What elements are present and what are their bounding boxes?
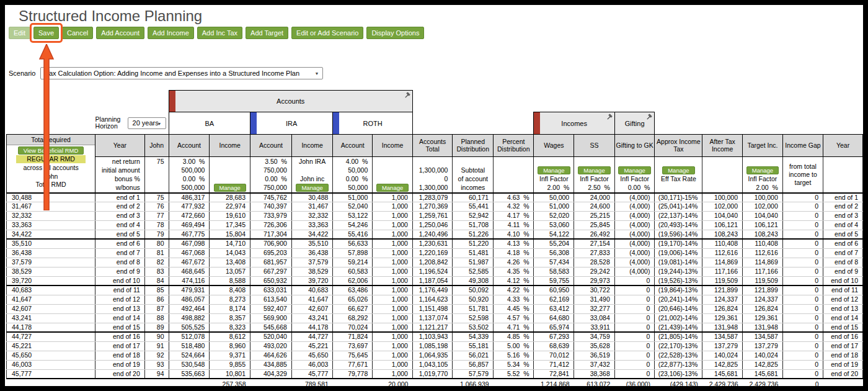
toolbar-button-add-account[interactable]: Add Account	[96, 27, 144, 39]
toolbar-button-add-income[interactable]: Add Income	[148, 27, 194, 39]
cell: 512,078	[169, 332, 210, 341]
cell: 0	[782, 285, 823, 295]
cell: 486,057	[169, 295, 210, 305]
cell: 498,882	[169, 313, 210, 323]
column-header: Target Inc.	[743, 135, 783, 157]
cell: 0	[614, 323, 655, 332]
cell	[494, 157, 534, 166]
cell: 73,697	[333, 342, 373, 351]
toolbar-button-display-options[interactable]: Display Options	[366, 27, 424, 39]
roth-wbonus: 50,000	[333, 184, 373, 193]
cell: 110,408	[743, 239, 783, 248]
cell: 62,006	[333, 276, 373, 285]
totals-row: 257,358789,58120,0001,066,9391,214,86861…	[7, 379, 863, 386]
cell: 493,020	[250, 342, 292, 351]
cell: 33,363	[7, 220, 95, 230]
cell: 134,587	[702, 332, 743, 341]
cell: 4.22 %	[494, 285, 534, 295]
net-return-label: net return	[95, 157, 145, 166]
cell: 4.85 %	[494, 332, 534, 341]
cell: 131,948	[702, 323, 743, 332]
cell: end of 3	[95, 212, 145, 221]
table-row: 42,607end of 1387492,4648,174592,40742,6…	[7, 305, 863, 314]
manage-button[interactable]: Manage	[746, 166, 779, 174]
cell: 1,000	[373, 342, 413, 351]
toolbar-button-add-inc-tax[interactable]: Add Inc Tax	[197, 27, 242, 39]
cell: 1,000	[373, 230, 413, 239]
table-row: 46,003end of 1993530,5489,855434,88546,0…	[7, 360, 863, 369]
cell: (4,000)	[614, 267, 655, 276]
cell: 4.11 %	[494, 220, 534, 230]
cell: 4.12 %	[494, 276, 534, 285]
cell: 92	[144, 351, 169, 361]
column-header: Account	[250, 135, 292, 157]
cell: 5.00 %	[494, 342, 534, 351]
cell: end of 11	[823, 285, 863, 295]
cell: 0	[782, 267, 823, 276]
cell: (4,000)	[614, 230, 655, 239]
column-header: Wages	[534, 135, 574, 157]
cell: 114,869	[743, 258, 783, 267]
cell: end of 9	[823, 267, 863, 276]
cell: 650,932	[250, 276, 292, 285]
cell: 52,585	[453, 267, 494, 276]
cell: 35,510	[7, 239, 95, 248]
manage-button[interactable]: Manage	[214, 184, 246, 192]
cell: 1,250,046	[412, 220, 453, 230]
cell: 68,292	[333, 313, 373, 323]
manage-button[interactable]: Manage	[662, 166, 694, 174]
cell: 110,408	[702, 239, 743, 248]
scenario-select[interactable]: Tax Calculation Option: Adding Income an…	[40, 67, 323, 79]
cell: 76	[144, 202, 169, 212]
manage-button[interactable]: Manage	[538, 166, 570, 174]
cell: 42,607	[291, 305, 333, 314]
cell: 77	[144, 212, 169, 221]
cell: 102,000	[743, 202, 783, 212]
cell: 80	[144, 239, 169, 248]
column-header: SS	[574, 135, 615, 157]
pin-icon[interactable]	[645, 112, 653, 122]
planning-horizon-select[interactable]: 20 years ▼	[128, 117, 166, 129]
toolbar-button-add-target[interactable]: Add Target	[246, 27, 288, 39]
ba-initial: 500,000	[169, 166, 210, 175]
cell: 0	[614, 276, 655, 285]
cell: 1,000	[373, 351, 413, 361]
cell: 1,270,369	[412, 202, 453, 212]
manage-button[interactable]: Manage	[578, 166, 610, 174]
manage-button[interactable]: Manage	[376, 184, 409, 192]
cell: end of 18	[95, 351, 145, 361]
cell: 1,240,496	[412, 230, 453, 239]
cell: 53,502	[453, 323, 494, 332]
cell: 142,825	[702, 360, 743, 369]
toolbar-button-edit-or-add-scenario[interactable]: Edit or Add Scenario	[291, 27, 363, 39]
pin-icon[interactable]	[606, 112, 614, 122]
cell	[144, 166, 169, 175]
cell: 1,151,498	[412, 305, 453, 314]
ira-return: 3.50 %	[250, 157, 292, 166]
cell	[743, 157, 783, 166]
cell: 46,003	[7, 360, 95, 369]
cell: 52,040	[333, 202, 373, 212]
cell: 51,781	[453, 305, 494, 314]
manage-button[interactable]: Manage	[618, 166, 650, 174]
cell: 4.45 %	[494, 305, 534, 314]
total-cell	[823, 379, 863, 386]
cell: end of 8	[95, 258, 145, 267]
cell: 8,174	[210, 305, 250, 314]
toolbar-button-cancel[interactable]: Cancel	[62, 27, 93, 39]
planning-grid: Accounts Planning Horizon 20 years ▼	[6, 90, 863, 386]
cell: 14,710	[210, 239, 250, 248]
cell: 42,607	[7, 305, 95, 314]
toolbar-button-edit[interactable]: Edit	[9, 27, 30, 39]
pin-icon[interactable]	[404, 91, 412, 100]
manage-button[interactable]: Manage	[296, 184, 328, 192]
total-wbonus: 1,300,000	[412, 184, 453, 193]
cell: 4.17 %	[494, 212, 534, 221]
cell	[574, 157, 615, 166]
cell	[655, 184, 702, 193]
cell: 36,438	[291, 249, 333, 258]
cell: 0	[614, 351, 655, 361]
cell	[823, 175, 863, 184]
cell	[453, 157, 494, 166]
cell: 1,000	[373, 202, 413, 212]
